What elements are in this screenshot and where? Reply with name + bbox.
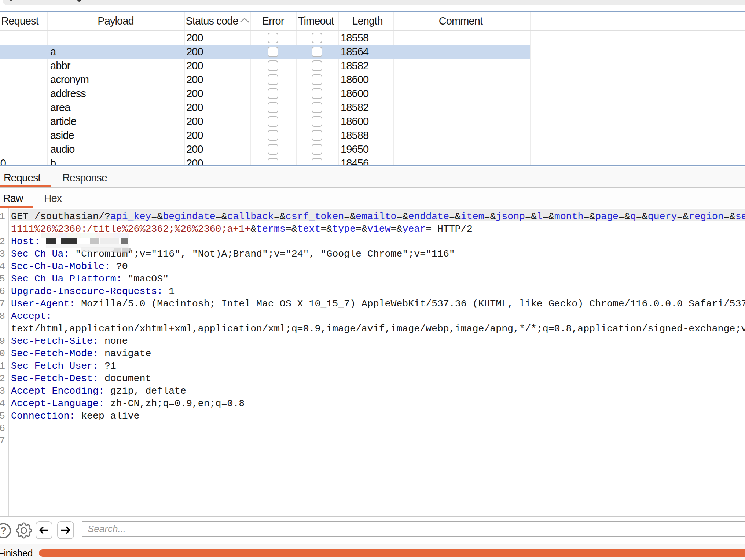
svg-text:?: ? — [0, 525, 7, 536]
